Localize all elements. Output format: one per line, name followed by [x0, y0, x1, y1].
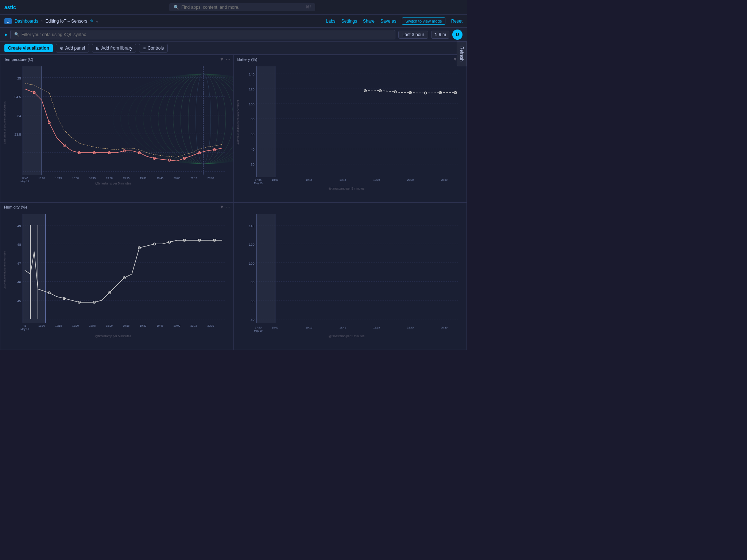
svg-text:49: 49: [17, 224, 21, 228]
svg-text:18:45: 18:45: [89, 176, 96, 180]
temperature-chart-more[interactable]: ⋯: [226, 57, 231, 62]
search-icon: 🔍: [174, 5, 179, 10]
filter-dot: ●: [4, 32, 7, 37]
svg-text:24: 24: [17, 114, 21, 118]
breadcrumb-dashboards[interactable]: Dashboards: [15, 19, 38, 24]
search-input[interactable]: [181, 5, 301, 10]
library-icon: ⊞: [96, 46, 100, 51]
humidity-chart-more[interactable]: ⋯: [226, 204, 231, 210]
svg-text:19:16: 19:16: [305, 178, 312, 182]
switch-view-button[interactable]: Switch to view mode: [402, 18, 445, 25]
top-nav: astic 🔍 ⌘/: [0, 0, 467, 15]
svg-text:18:45: 18:45: [339, 178, 346, 182]
breadcrumb-current: Editing IoT – Sensors ✎ ⌄: [46, 19, 99, 24]
svg-text:May 19: May 19: [20, 327, 29, 331]
humidity-chart-menu[interactable]: ▼: [220, 204, 224, 210]
filter-bar: ● 🔍 Last 3 hour ↻ 9 m U: [0, 28, 467, 42]
controls-icon: ≡: [143, 46, 146, 51]
user-avatar[interactable]: U: [452, 30, 462, 40]
humidity-chart-svg: 49 48 47 46 45: [0, 203, 233, 342]
battery-chart-title: Battery (%): [237, 57, 258, 62]
add-panel-button[interactable]: ⊕ Add panel: [56, 44, 89, 52]
svg-text:25: 25: [17, 77, 21, 80]
kql-filter-input[interactable]: [22, 32, 391, 37]
svg-text:19:45: 19:45: [157, 324, 163, 327]
svg-text:19:00: 19:00: [106, 176, 113, 180]
svg-text:18:00: 18:00: [38, 324, 45, 327]
svg-text:17:45: 17:45: [255, 326, 261, 329]
svg-text:18:45: 18:45: [89, 324, 96, 327]
svg-text:Last value of document.TempCel: Last value of document.TempCelsius: [3, 101, 6, 144]
svg-text:19:00: 19:00: [373, 178, 380, 182]
svg-text:19:30: 19:30: [140, 176, 146, 180]
app-logo: astic: [4, 4, 16, 10]
settings-link[interactable]: Settings: [341, 19, 357, 24]
svg-text:20:30: 20:30: [208, 176, 214, 180]
svg-text:19:45: 19:45: [157, 176, 163, 180]
refresh-side-button[interactable]: Refresh: [457, 42, 467, 66]
svg-text:@timestamp per 5 minutes: @timestamp per 5 minutes: [328, 334, 364, 338]
battery-chart-panel: Battery (%) ▼ ⋯ 140 120 100 80 60 40 20: [234, 55, 467, 202]
svg-text:45: 45: [17, 299, 21, 303]
refresh-interval-badge[interactable]: ↻ 9 m: [431, 31, 449, 39]
temperature-chart-panel: Temperature (C) ▼ ⋯ 25 24.5 24 23.5 17:4…: [0, 55, 233, 202]
add-panel-icon: ⊕: [60, 46, 63, 51]
time-range-label: Last 3 hour: [402, 32, 424, 37]
svg-rect-70: [256, 66, 275, 177]
svg-text:Last value of document.Battery: Last value of document.BatteryPercent: [236, 100, 240, 145]
svg-text:18:45: 18:45: [339, 326, 346, 329]
svg-text:May 19: May 19: [254, 182, 263, 185]
controls-button[interactable]: ≡ Controls: [139, 44, 168, 52]
breadcrumb-actions: Labs Settings Share Save as Switch to vi…: [326, 18, 462, 25]
svg-text:18:15: 18:15: [55, 176, 62, 180]
svg-text:18:15: 18:15: [55, 324, 62, 327]
svg-text:46: 46: [17, 280, 21, 284]
temperature-chart-svg: 25 24.5 24 23.5 17:45 May 19 18:00 18:15…: [0, 55, 233, 194]
svg-text:18:30: 18:30: [72, 324, 79, 327]
svg-text:20:15: 20:15: [190, 324, 197, 327]
svg-text:120: 120: [249, 243, 254, 246]
temperature-chart-title: Temperature (C): [4, 57, 33, 62]
svg-text:20:30: 20:30: [208, 324, 214, 327]
svg-text:80: 80: [251, 117, 254, 121]
svg-text:120: 120: [249, 88, 254, 91]
svg-text:60: 60: [251, 299, 254, 303]
svg-text:60: 60: [251, 132, 254, 136]
svg-text:19:00: 19:00: [106, 324, 113, 327]
svg-text:80: 80: [251, 280, 254, 284]
save-as-link[interactable]: Save as: [380, 19, 396, 24]
svg-text:48: 48: [17, 243, 21, 246]
svg-text:May 19: May 19: [254, 329, 263, 332]
svg-text:45: 45: [23, 324, 26, 327]
reset-link[interactable]: Reset: [451, 19, 462, 24]
svg-text:20:15: 20:15: [190, 176, 197, 180]
svg-text:19:16: 19:16: [305, 326, 312, 329]
svg-text:140: 140: [249, 73, 254, 76]
svg-rect-102: [23, 214, 46, 323]
create-visualization-button[interactable]: Create visualization: [4, 44, 53, 52]
global-search[interactable]: 🔍 ⌘/: [169, 3, 315, 11]
svg-text:18:00: 18:00: [272, 326, 278, 329]
filter-search-icon: 🔍: [14, 32, 19, 37]
home-icon: D: [4, 18, 12, 24]
share-link[interactable]: Share: [363, 19, 375, 24]
svg-text:100: 100: [249, 102, 254, 106]
svg-text:17:45: 17:45: [22, 176, 28, 180]
svg-text:20:00: 20:00: [174, 324, 180, 327]
temperature-chart-menu[interactable]: ▼: [220, 57, 224, 62]
empty-chart-svg: 140 120 100 80 60 40 17:45 May 19 18:00 …: [234, 203, 467, 342]
search-shortcut: ⌘/: [306, 5, 311, 9]
empty-chart-panel: 140 120 100 80 60 40 17:45 May 19 18:00 …: [234, 203, 467, 350]
add-from-library-button[interactable]: ⊞ Add from library: [92, 44, 136, 52]
labs-link[interactable]: Labs: [326, 19, 336, 24]
svg-text:19:15: 19:15: [123, 324, 129, 327]
svg-text:@timestamp per 5 minutes: @timestamp per 5 minutes: [328, 187, 364, 190]
svg-text:18:00: 18:00: [38, 176, 45, 180]
breadcrumb-sep: ›: [41, 19, 43, 24]
toolbar: Create visualization ⊕ Add panel ⊞ Add f…: [0, 42, 467, 55]
svg-text:@timestamp per 5 minutes: @timestamp per 5 minutes: [95, 334, 131, 338]
kql-filter-wrap[interactable]: 🔍: [10, 30, 395, 39]
refresh-interval-icon: ↻: [434, 32, 437, 36]
time-range-picker[interactable]: Last 3 hour: [398, 31, 428, 39]
svg-text:100: 100: [249, 261, 254, 265]
